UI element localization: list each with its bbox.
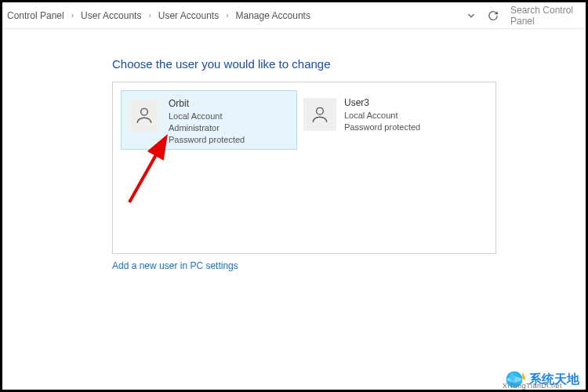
breadcrumb-item[interactable]: Control Panel bbox=[4, 7, 67, 24]
history-dropdown-icon[interactable] bbox=[460, 5, 482, 27]
content-area: Choose the user you would like to change… bbox=[2, 29, 586, 272]
accounts-list: Orbit Local Account Administrator Passwo… bbox=[112, 82, 496, 254]
user-icon bbox=[128, 99, 161, 132]
breadcrumb[interactable]: Control Panel › User Accounts › User Acc… bbox=[2, 7, 460, 24]
page-title: Choose the user you would like to change bbox=[112, 57, 586, 71]
breadcrumb-item[interactable]: User Accounts bbox=[155, 7, 222, 24]
chevron-right-icon: › bbox=[146, 11, 153, 20]
svg-point-1 bbox=[317, 107, 324, 114]
breadcrumb-item[interactable]: Manage Accounts bbox=[233, 7, 314, 24]
user-card-user3[interactable]: User3 Local Account Password protected bbox=[297, 90, 474, 150]
user-name: Orbit bbox=[169, 97, 245, 110]
chevron-right-icon: › bbox=[223, 11, 230, 20]
search-input[interactable]: Search Control Panel bbox=[509, 6, 578, 25]
svg-point-0 bbox=[141, 108, 148, 115]
breadcrumb-item[interactable]: User Accounts bbox=[78, 7, 144, 24]
user-meta: User3 Local Account Password protected bbox=[344, 96, 420, 133]
user-detail: Password protected bbox=[169, 134, 245, 146]
add-user-link[interactable]: Add a new user in PC settings bbox=[112, 260, 238, 271]
chevron-right-icon: › bbox=[69, 11, 76, 20]
watermark-url: XiTongTianDi.net bbox=[503, 382, 562, 390]
refresh-icon[interactable] bbox=[482, 5, 504, 27]
user-detail: Administrator bbox=[169, 122, 245, 134]
user-name: User3 bbox=[344, 96, 420, 109]
search-placeholder: Search Control Panel bbox=[510, 5, 578, 27]
user-detail: Local Account bbox=[344, 110, 420, 122]
user-detail: Local Account bbox=[169, 111, 245, 122]
header-bar: Control Panel › User Accounts › User Acc… bbox=[2, 2, 586, 29]
user-card-orbit[interactable]: Orbit Local Account Administrator Passwo… bbox=[121, 90, 297, 150]
user-meta: Orbit Local Account Administrator Passwo… bbox=[169, 97, 245, 146]
user-icon bbox=[303, 98, 336, 131]
user-detail: Password protected bbox=[344, 122, 420, 133]
